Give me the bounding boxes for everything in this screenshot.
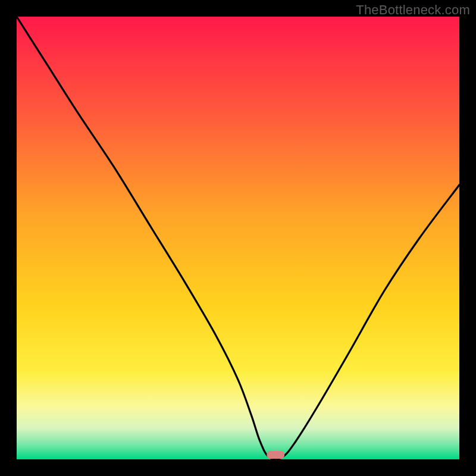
bottleneck-marker: [267, 451, 284, 459]
watermark-text: TheBottleneck.com: [356, 2, 470, 18]
chart-svg: [17, 17, 459, 459]
chart-frame: TheBottleneck.com: [0, 0, 476, 476]
gradient-background: [17, 17, 459, 459]
plot-area: [17, 17, 459, 459]
